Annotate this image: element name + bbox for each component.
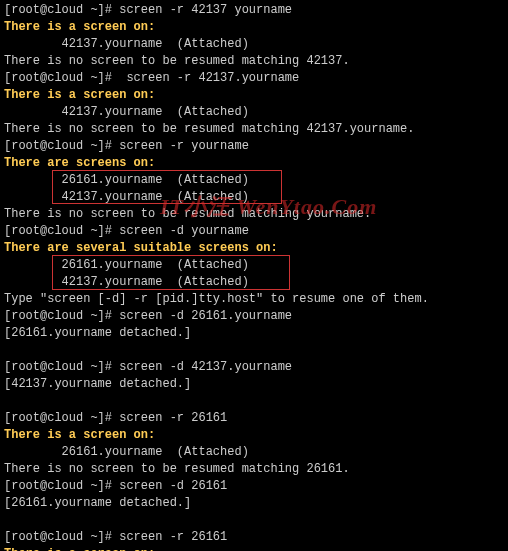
terminal-line: There are screens on:: [4, 155, 504, 172]
terminal-text: [root@cloud ~]# screen -d 42137.yourname: [4, 360, 292, 374]
terminal-text: There is a screen on:: [4, 88, 155, 102]
terminal-text: There is a screen on:: [4, 547, 155, 551]
terminal-line: [root@cloud ~]# screen -r 26161: [4, 529, 504, 546]
terminal-text: There is a screen on:: [4, 428, 155, 442]
terminal-line: 42137.yourname (Attached): [4, 104, 504, 121]
terminal-line: There is a screen on:: [4, 19, 504, 36]
terminal-line: There are several suitable screens on:: [4, 240, 504, 257]
terminal-text: There is no screen to be resumed matchin…: [4, 122, 414, 136]
terminal-line: There is no screen to be resumed matchin…: [4, 121, 504, 138]
terminal-line: [4, 342, 504, 359]
terminal-line: There is a screen on:: [4, 546, 504, 551]
terminal-line: There is a screen on:: [4, 87, 504, 104]
terminal-text: [root@cloud ~]# screen -d 26161.yourname: [4, 309, 292, 323]
terminal-line: [26161.yourname detached.]: [4, 495, 504, 512]
terminal-text: 42137.yourname (Attached): [4, 105, 249, 119]
terminal-line: There is no screen to be resumed matchin…: [4, 53, 504, 70]
terminal-line: 26161.yourname (Attached): [4, 172, 504, 189]
terminal-output[interactable]: [root@cloud ~]# screen -r 42137 yourname…: [4, 2, 504, 551]
terminal-text: [root@cloud ~]# screen -r 26161: [4, 411, 227, 425]
terminal-text: There are several suitable screens on:: [4, 241, 278, 255]
terminal-line: [root@cloud ~]# screen -r 42137 yourname: [4, 2, 504, 19]
terminal-line: [4, 393, 504, 410]
terminal-text: [root@cloud ~]# screen -r 42137.yourname: [4, 71, 299, 85]
terminal-text: [root@cloud ~]# screen -r 26161: [4, 530, 227, 544]
terminal-text: 26161.yourname (Attached): [4, 258, 249, 272]
terminal-text: [root@cloud ~]# screen -d 26161: [4, 479, 227, 493]
terminal-text: 42137.yourname (Attached): [4, 190, 249, 204]
terminal-line: [42137.yourname detached.]: [4, 376, 504, 393]
terminal-text: 26161.yourname (Attached): [4, 445, 249, 459]
terminal-text: 42137.yourname (Attached): [4, 275, 249, 289]
terminal-line: [root@cloud ~]# screen -d yourname: [4, 223, 504, 240]
terminal-text: There is no screen to be resumed matchin…: [4, 54, 350, 68]
terminal-line: 42137.yourname (Attached): [4, 274, 504, 291]
terminal-line: 26161.yourname (Attached): [4, 444, 504, 461]
terminal-line: [root@cloud ~]# screen -d 26161: [4, 478, 504, 495]
terminal-text: There is no screen to be resumed matchin…: [4, 462, 350, 476]
terminal-line: [root@cloud ~]# screen -r 26161: [4, 410, 504, 427]
terminal-text: [26161.yourname detached.]: [4, 326, 191, 340]
terminal-text: [root@cloud ~]# screen -d yourname: [4, 224, 249, 238]
terminal-line: [root@cloud ~]# screen -r 42137.yourname: [4, 70, 504, 87]
terminal-text: 42137.yourname (Attached): [4, 37, 249, 51]
terminal-text: screen -r 42137 yourname: [119, 3, 292, 17]
terminal-text: There are screens on:: [4, 156, 155, 170]
terminal-line: [4, 512, 504, 529]
terminal-text: [root@cloud ~]# screen -r yourname: [4, 139, 249, 153]
terminal-line: 42137.yourname (Attached): [4, 36, 504, 53]
terminal-line: 26161.yourname (Attached): [4, 257, 504, 274]
terminal-line: [root@cloud ~]# screen -d 42137.yourname: [4, 359, 504, 376]
terminal-line: [26161.yourname detached.]: [4, 325, 504, 342]
terminal-line: [root@cloud ~]# screen -r yourname: [4, 138, 504, 155]
terminal-line: Type "screen [-d] -r [pid.]tty.host" to …: [4, 291, 504, 308]
terminal-text: 26161.yourname (Attached): [4, 173, 249, 187]
terminal-line: [root@cloud ~]# screen -d 26161.yourname: [4, 308, 504, 325]
terminal-line: There is no screen to be resumed matchin…: [4, 206, 504, 223]
terminal-text: [42137.yourname detached.]: [4, 377, 191, 391]
terminal-text: There is no screen to be resumed matchin…: [4, 207, 371, 221]
terminal-line: 42137.yourname (Attached): [4, 189, 504, 206]
terminal-line: There is no screen to be resumed matchin…: [4, 461, 504, 478]
terminal-text: Type "screen [-d] -r [pid.]tty.host" to …: [4, 292, 429, 306]
terminal-text: [root@cloud ~]#: [4, 3, 119, 17]
terminal-text: There is a screen on:: [4, 20, 155, 34]
terminal-text: [26161.yourname detached.]: [4, 496, 191, 510]
terminal-line: There is a screen on:: [4, 427, 504, 444]
